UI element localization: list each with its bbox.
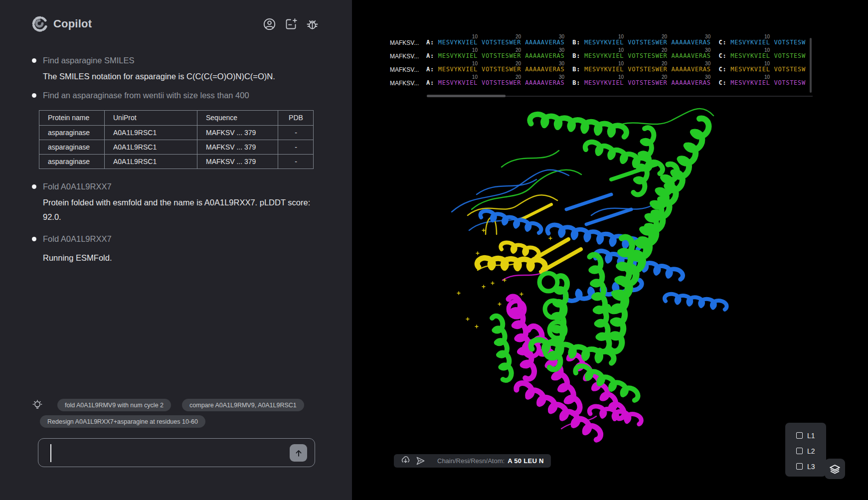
user-prompt: Find an asparaginase from wentii with si… xyxy=(32,91,317,100)
sequence-alignment: MAFKSV...10203010203010A: MESVYKVIEL VOT… xyxy=(352,0,868,105)
alignment-sequence: 10203010203010A: MESVYKVIEL VOTSTESWER A… xyxy=(426,34,810,47)
chain-label: C: xyxy=(719,66,731,73)
layers-panel: L1 L2 L3 xyxy=(785,423,826,477)
bullet-dot-icon xyxy=(32,93,36,98)
alignment-vertical-scrollbar[interactable] xyxy=(810,38,812,93)
residue-group: VOTSTESWER xyxy=(628,79,667,86)
layer-label: L3 xyxy=(807,463,815,471)
column-header: Protein name xyxy=(39,111,105,126)
residue-group: MESVYKVIEL xyxy=(438,79,478,86)
account-icon[interactable] xyxy=(263,17,276,31)
cell-protein-name: asparaginase xyxy=(39,155,105,169)
residue-group: VOTSTESW xyxy=(774,39,806,46)
sequence-letters: A: MESVYKVIEL VOTSTESWER AAAAAVERAS B: M… xyxy=(426,52,810,59)
bug-icon[interactable] xyxy=(306,17,319,31)
cell-uniprot: A0A1L9RSC1 xyxy=(105,126,197,140)
residue-group: MESVYKVIEL xyxy=(438,66,478,73)
suggestion-chip[interactable]: Redesign A0A1L9RXX7+asparagine at residu… xyxy=(40,415,205,428)
residue-group: MESVYKVIEL xyxy=(584,39,624,46)
copilot-logo-icon xyxy=(31,15,49,33)
cell-pdb: - xyxy=(278,140,314,155)
suggestion-row: fold A0A1L9RMV9 with num cycle 2 compare… xyxy=(32,399,331,411)
cell-sequence: MAFKSV ... 379 xyxy=(197,126,278,140)
table-row: asparaginase A0A1L9RSC1 MAFKSV ... 379 - xyxy=(39,126,314,140)
table-row: asparaginase A0A1L9RSC1 MAFKSV ... 379 - xyxy=(39,155,314,169)
bullet-dot-icon xyxy=(32,58,36,63)
alignment-horizontal-scrollbar-thumb[interactable] xyxy=(427,95,506,97)
suggestion-chip[interactable]: fold A0A1L9RMV9 with num cycle 2 xyxy=(57,399,171,411)
table-header-row: Protein name UniProt Sequence PDB xyxy=(39,111,314,126)
layer-label: L1 xyxy=(807,432,815,440)
residue-group: VOTSTESW xyxy=(774,79,806,86)
send-share-icon[interactable] xyxy=(416,456,425,466)
chat-panel: Copilot Find asparagine SMILES xyxy=(0,0,352,500)
user-prompt: Fold A0A1L9RXX7 xyxy=(32,182,317,191)
chain-label: B: xyxy=(572,66,584,73)
suggestion-chips: fold A0A1L9RMV9 with num cycle 2 compare… xyxy=(32,399,331,428)
table-row: asparaginase A0A1L9RSC1 MAFKSV ... 379 - xyxy=(39,140,314,155)
residue-group: AAAAAVERAS xyxy=(525,79,564,86)
layer-label: L2 xyxy=(807,447,815,455)
residue-group: VOTSTESWER xyxy=(482,66,521,73)
send-button[interactable] xyxy=(290,444,307,462)
residue-group: MESVYKVIEL xyxy=(584,79,624,86)
residue-group: MESVYKVIEL xyxy=(584,66,624,73)
chat-transcript: Find asparagine SMILES The SMILES notati… xyxy=(0,56,352,265)
up-arrow-icon xyxy=(294,448,304,458)
cell-protein-name: asparaginase xyxy=(39,140,105,155)
alignment-row[interactable]: MAFKSV...10203010203010A: MESVYKVIEL VOT… xyxy=(390,47,854,61)
residue-group: MESVYKVIEL xyxy=(730,39,770,46)
chain-label: C: xyxy=(719,79,731,86)
message-input[interactable] xyxy=(38,438,315,467)
suggestion-row: Redesign A0A1L9RXX7+asparagine at residu… xyxy=(32,415,331,428)
alignment-sequence: 10203010203010A: MESVYKVIEL VOTSTESWER A… xyxy=(426,47,810,61)
residue-group: AAAAAVERAS xyxy=(671,66,710,73)
checkbox-icon[interactable] xyxy=(796,432,803,439)
layers-toggle-button[interactable] xyxy=(825,459,845,479)
residue-group: VOTSTESW xyxy=(774,66,806,73)
new-chat-icon[interactable] xyxy=(284,17,298,31)
layer-item-l3[interactable]: L3 xyxy=(796,459,826,474)
header-actions xyxy=(263,17,319,31)
chain-label: A: xyxy=(426,79,438,86)
download-icon[interactable] xyxy=(401,456,410,466)
selection-status-bar: Chain/Resi/Resn/Atom: A 50 LEU N xyxy=(394,454,551,468)
cell-protein-name: asparaginase xyxy=(39,126,105,140)
suggestion-chip[interactable]: compare A0A1L9RMV9, A0A1L9RSC1 xyxy=(182,399,304,411)
residue-group: VOTSTESWER xyxy=(482,39,521,46)
checkbox-icon[interactable] xyxy=(796,463,803,470)
layer-item-l2[interactable]: L2 xyxy=(796,443,826,459)
structure-viewer: MAFKSV...10203010203010A: MESVYKVIEL VOT… xyxy=(352,0,868,500)
cell-sequence: MAFKSV ... 379 xyxy=(197,140,278,155)
alignment-row[interactable]: MAFKSV...10203010203010A: MESVYKVIEL VOT… xyxy=(390,74,854,88)
alignment-row-label: MAFKSV... xyxy=(390,66,419,73)
app-title: Copilot xyxy=(53,17,92,30)
status-value: A 50 LEU N xyxy=(508,457,544,465)
status-label: Chain/Resi/Resn/Atom: xyxy=(437,457,505,465)
assistant-response: Running ESMFold. xyxy=(43,251,317,265)
cell-pdb: - xyxy=(278,155,314,169)
alignment-row[interactable]: MAFKSV...10203010203010A: MESVYKVIEL VOT… xyxy=(390,34,854,47)
chain-label: A: xyxy=(426,52,438,59)
chain-label: C: xyxy=(719,39,731,46)
residue-group: AAAAAVERAS xyxy=(671,39,710,46)
chain-label: B: xyxy=(572,39,584,46)
chat-turn: Find asparagine SMILES The SMILES notati… xyxy=(32,56,317,84)
text-caret xyxy=(50,444,51,462)
chat-turn: Fold A0A1L9RXX7 Running ESMFold. xyxy=(32,234,317,265)
assistant-response: Protein folded with esmfold and the name… xyxy=(43,195,317,224)
app-root: Copilot Find asparagine SMILES xyxy=(0,0,868,500)
sequence-letters: A: MESVYKVIEL VOTSTESWER AAAAAVERAS B: M… xyxy=(426,66,810,73)
residue-group: AAAAAVERAS xyxy=(671,79,710,86)
checkbox-icon[interactable] xyxy=(796,448,803,454)
residue-group: AAAAAVERAS xyxy=(671,52,710,59)
alignment-row-label: MAFKSV... xyxy=(390,53,419,60)
layer-item-l1[interactable]: L1 xyxy=(796,428,826,443)
residue-group: AAAAAVERAS xyxy=(525,52,564,59)
alignment-row-label: MAFKSV... xyxy=(390,80,419,87)
assistant-response: The SMILES notation for asparagine is C(… xyxy=(43,69,317,84)
residue-group: MESVYKVIEL xyxy=(730,52,770,59)
alignment-row[interactable]: MAFKSV...10203010203010A: MESVYKVIEL VOT… xyxy=(390,61,854,74)
residue-group: MESVYKVIEL xyxy=(584,52,624,59)
chain-label: B: xyxy=(572,52,584,59)
